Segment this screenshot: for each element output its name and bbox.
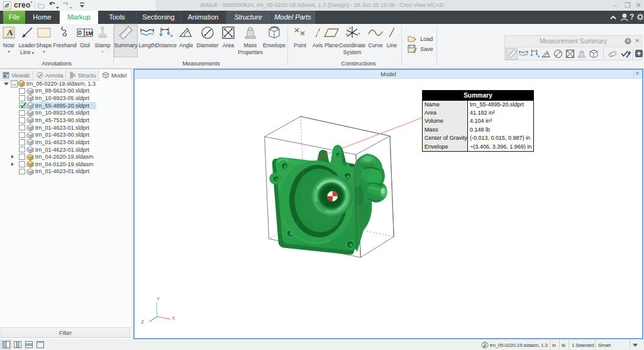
svg-text:?: ? <box>626 38 630 44</box>
svg-text:x: x <box>358 31 360 35</box>
svg-text:X: X <box>172 315 175 321</box>
svg-text:z: z <box>346 32 348 36</box>
svg-text:y: y <box>349 26 351 30</box>
svg-text:sa: sa <box>12 82 16 86</box>
svg-text:Y: Y <box>157 296 160 302</box>
svg-text:Z: Z <box>141 319 144 325</box>
svg-text:1M: 1M <box>86 30 94 37</box>
